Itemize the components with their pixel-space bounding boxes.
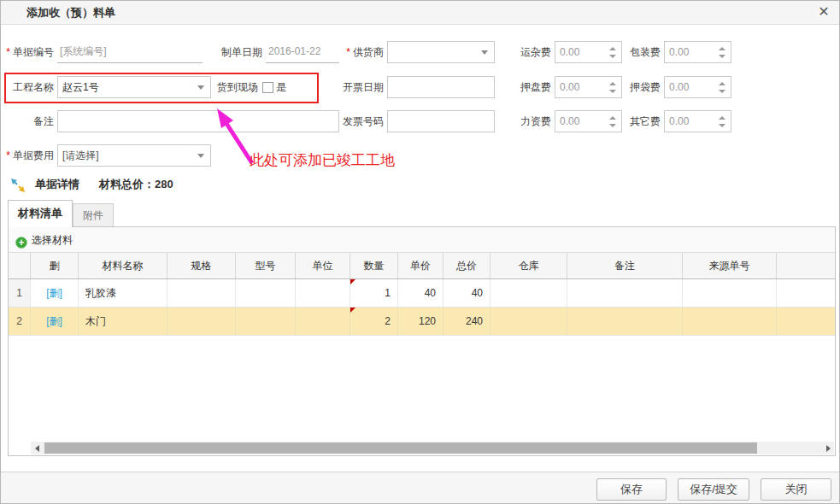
spinner-up-icon[interactable]	[609, 82, 616, 85]
col-header-remark[interactable]: 备注	[567, 253, 683, 278]
save-submit-button[interactable]: 保存/提交	[678, 478, 749, 501]
goods-onsite-checkbox-label: 是	[276, 76, 290, 98]
cell-remark[interactable]	[567, 308, 683, 335]
other-fee-label: 其它费	[623, 110, 661, 132]
collapse-arrows-icon[interactable]	[10, 178, 26, 193]
cell-warehouse[interactable]	[490, 308, 567, 335]
labor-fee-label: 力资费	[514, 110, 551, 132]
bag-fee-spinner[interactable]: 0.00	[664, 76, 731, 98]
project-name-select[interactable]: 赵云1号	[57, 76, 211, 98]
spinner-up-icon[interactable]	[609, 116, 616, 120]
table-header-row: 删 材料名称 规格 型号 单位 数量 单价 总价 仓库 备注 来源单号	[9, 253, 835, 279]
cell-unit[interactable]	[296, 279, 350, 307]
bag-fee-label: 押袋费	[623, 76, 661, 98]
col-header-total[interactable]: 总价	[443, 253, 490, 278]
spinner-down-icon[interactable]	[719, 55, 725, 58]
make-date-label: 制单日期	[213, 41, 262, 63]
goods-onsite-label: 货到现场	[217, 76, 260, 98]
horizontal-scrollbar[interactable]	[31, 442, 834, 454]
packing-fee-spinner[interactable]: 0.00	[664, 41, 731, 63]
invoice-date-label: 开票日期	[339, 76, 384, 98]
table-row[interactable]: 1 [删] 乳胶漆 1 40 40	[9, 279, 835, 308]
project-name-value: 赵云1号	[58, 77, 210, 97]
add-circle-icon: +	[15, 237, 27, 249]
cell-qty[interactable]: 1	[350, 279, 398, 307]
spinner-up-icon[interactable]	[609, 47, 616, 50]
cell-model[interactable]	[236, 279, 296, 307]
spinner-up-icon[interactable]	[719, 116, 725, 120]
cell-material-name[interactable]: 木门	[79, 308, 167, 335]
cell-model[interactable]	[236, 308, 296, 335]
freight-fee-label: 运杂费	[514, 41, 551, 63]
cell-total[interactable]: 240	[443, 308, 490, 335]
col-header-qty[interactable]: 数量	[350, 253, 398, 278]
make-date-field[interactable]: 2016-01-22	[266, 41, 339, 63]
other-fee-spinner[interactable]: 0.00	[664, 110, 731, 132]
cell-material-name[interactable]: 乳胶漆	[79, 279, 167, 307]
cell-source[interactable]	[683, 308, 777, 335]
save-button[interactable]: 保存	[596, 478, 667, 501]
goods-onsite-checkbox[interactable]	[262, 82, 273, 93]
spinner-down-icon[interactable]	[609, 55, 616, 58]
add-receipt-order-dialog: 添加收（预）料单 ✕ *单据编号 [系统编号] 制单日期 2016-01-22 …	[0, 0, 840, 504]
col-header-filler	[777, 253, 835, 278]
labor-fee-spinner[interactable]: 0.00	[555, 110, 622, 132]
col-header-delete[interactable]: 删	[31, 253, 79, 278]
delete-row-link[interactable]: [删]	[46, 315, 62, 327]
spinner-down-icon[interactable]	[719, 90, 725, 93]
col-header-warehouse[interactable]: 仓库	[490, 253, 567, 278]
chevron-down-icon	[197, 85, 204, 90]
tab-attachments[interactable]: 附件	[73, 203, 114, 227]
col-header-spec[interactable]: 规格	[167, 253, 236, 278]
cell-warehouse[interactable]	[490, 279, 567, 307]
col-header-source[interactable]: 来源单号	[683, 253, 777, 278]
table-row[interactable]: 2 [删] 木门 2 120 240	[9, 308, 835, 336]
freight-fee-spinner[interactable]: 0.00	[555, 41, 622, 63]
select-material-button[interactable]: +选择材料	[15, 232, 73, 248]
col-header-name[interactable]: 材料名称	[79, 253, 167, 278]
scroll-left-icon[interactable]	[31, 442, 44, 454]
doc-no-label: *单据编号	[1, 41, 54, 63]
tray-fee-spinner[interactable]: 0.00	[555, 76, 622, 98]
spinner-up-icon[interactable]	[719, 47, 725, 50]
detail-title: 单据详情	[35, 174, 79, 195]
scroll-right-icon[interactable]	[821, 442, 834, 454]
col-header-model[interactable]: 型号	[236, 253, 296, 278]
doc-expense-select[interactable]: [请选择]	[57, 144, 211, 167]
close-button[interactable]: 关闭	[761, 478, 831, 501]
spinner-down-icon[interactable]	[719, 124, 725, 127]
editable-corner-icon	[350, 279, 355, 284]
row-number: 2	[9, 308, 31, 335]
cell-source[interactable]	[683, 279, 777, 307]
cell-spec[interactable]	[167, 308, 236, 335]
cell-remark[interactable]	[567, 279, 683, 307]
chevron-down-icon	[481, 50, 488, 55]
delete-row-link[interactable]: [删]	[46, 287, 62, 299]
cell-total[interactable]: 40	[443, 279, 490, 307]
scrollbar-thumb[interactable]	[44, 442, 757, 454]
chevron-down-icon	[197, 154, 204, 158]
cell-qty[interactable]: 2	[350, 308, 398, 335]
col-header-price[interactable]: 单价	[398, 253, 443, 278]
spinner-down-icon[interactable]	[609, 124, 616, 127]
remark-input[interactable]	[57, 110, 339, 132]
supplier-select[interactable]	[387, 41, 495, 63]
tray-fee-label: 押盘费	[514, 76, 551, 98]
spinner-up-icon[interactable]	[719, 82, 725, 85]
spinner-down-icon[interactable]	[609, 90, 616, 93]
cell-spec[interactable]	[167, 279, 236, 307]
material-table-panel: +选择材料 删 材料名称 规格 型号 单位 数量 单价 总价 仓库 备注 来源单…	[8, 226, 836, 456]
doc-no-field[interactable]: [系统编号]	[57, 41, 203, 63]
dialog-titlebar: 添加收（预）料单 ✕	[1, 1, 839, 25]
col-header-unit[interactable]: 单位	[296, 253, 350, 278]
cell-unit[interactable]	[296, 308, 350, 335]
close-icon[interactable]: ✕	[815, 1, 832, 23]
tab-material-list[interactable]: 材料清单	[8, 200, 73, 227]
doc-expense-value: [请选择]	[58, 145, 210, 166]
invoice-no-input[interactable]	[387, 110, 495, 132]
editable-corner-icon	[350, 308, 355, 313]
cell-price[interactable]: 120	[398, 308, 443, 335]
invoice-date-input[interactable]	[387, 76, 495, 98]
annotation-text: 此处可添加已竣工工地	[250, 150, 395, 170]
cell-price[interactable]: 40	[398, 279, 443, 307]
